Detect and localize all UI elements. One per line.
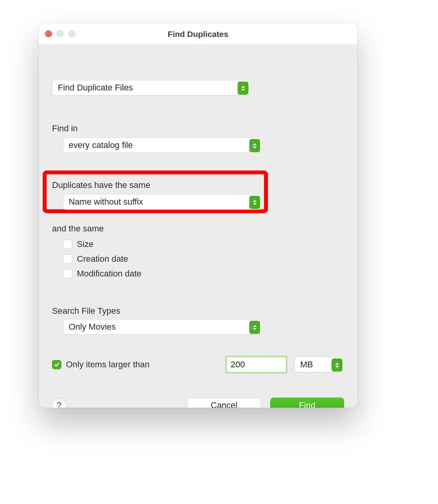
window-title: Find Duplicates	[168, 30, 228, 39]
size-unit-select[interactable]: MB	[294, 357, 344, 372]
stepper-icon	[332, 358, 342, 372]
stepper-icon	[249, 196, 260, 209]
file-types-select-value: Only Movies	[69, 322, 116, 332]
find-in-label: Find in	[52, 123, 78, 134]
help-button[interactable]: ?	[52, 398, 66, 408]
find-in-select-value: every catalog file	[69, 140, 133, 150]
only-larger-label: Only items larger than	[66, 360, 149, 370]
size-threshold-value: 200	[231, 360, 245, 370]
modification-date-checkbox[interactable]	[63, 269, 72, 278]
cancel-button[interactable]: Cancel	[187, 398, 261, 408]
close-window-button[interactable]	[45, 30, 52, 37]
stepper-icon	[249, 139, 260, 152]
mode-select-value: Find Duplicate Files	[58, 83, 133, 93]
modification-date-checkbox-label: Modification date	[77, 269, 141, 279]
size-checkbox-label: Size	[77, 239, 94, 249]
titlebar: Find Duplicates	[39, 23, 357, 45]
creation-date-checkbox-label: Creation date	[77, 254, 128, 264]
minimize-window-button	[57, 30, 64, 37]
stepper-icon	[238, 82, 249, 95]
size-unit-value: MB	[300, 360, 313, 370]
file-types-label: Search File Types	[52, 306, 120, 316]
cancel-button-label: Cancel	[211, 400, 237, 408]
find-button[interactable]: Find	[270, 398, 344, 408]
find-in-select[interactable]: every catalog file	[63, 137, 262, 153]
zoom-window-button	[68, 30, 75, 37]
find-button-label: Find	[299, 400, 316, 408]
size-threshold-input[interactable]: 200	[225, 356, 287, 374]
stepper-icon	[249, 321, 260, 334]
duplicates-same-select[interactable]: Name without suffix	[63, 194, 262, 210]
duplicates-same-label: Duplicates have the same	[52, 180, 150, 190]
find-duplicates-window: Find Duplicates Find Duplicate Files Fin…	[39, 23, 357, 408]
window-controls	[45, 30, 75, 37]
file-types-select[interactable]: Only Movies	[63, 319, 262, 335]
help-icon: ?	[57, 400, 61, 408]
only-larger-checkbox[interactable]	[52, 360, 61, 369]
size-checkbox[interactable]	[63, 240, 72, 249]
creation-date-checkbox[interactable]	[63, 254, 72, 264]
duplicates-same-select-value: Name without suffix	[69, 197, 143, 207]
and-the-same-label: and the same	[52, 224, 104, 234]
mode-select[interactable]: Find Duplicate Files	[52, 80, 250, 96]
